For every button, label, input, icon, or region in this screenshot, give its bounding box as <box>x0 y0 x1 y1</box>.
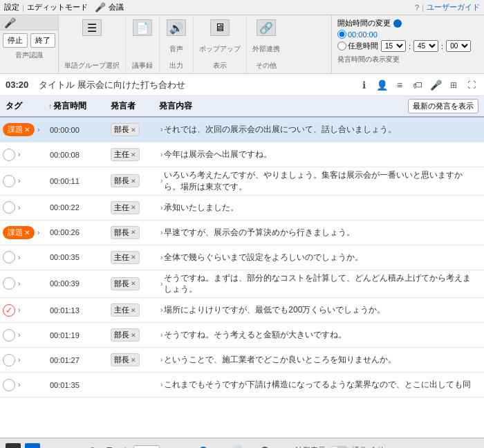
content-cell: そうですね。まずは、部分的なコストを計算して、どんどん積み上げてから考えましょう… <box>164 272 484 296</box>
speaker-close[interactable]: ✕ <box>131 151 136 158</box>
table-row[interactable]: 課題✕ › 00:00:00 部長✕ › それでは、次回の展示会の出展について、… <box>0 118 484 142</box>
table-row[interactable]: › 00:00:22 主任✕ › 承知いたしました。 <box>0 196 484 221</box>
volume-icon[interactable]: 🔊 <box>232 445 243 448</box>
row-chevron[interactable]: › <box>17 280 21 288</box>
radio-time-label[interactable]: 00:00:00 <box>337 30 378 39</box>
copy-btn[interactable]: ⧉ <box>102 443 118 449</box>
waveform-toggle[interactable] <box>330 446 349 449</box>
content-chevron[interactable]: › <box>159 280 164 288</box>
expand-icon[interactable]: ⛶ <box>465 78 478 92</box>
group-select-icon[interactable]: ☰ <box>81 18 103 37</box>
rewind-btn[interactable]: ◀◀ <box>44 443 59 449</box>
table-row[interactable]: › 00:00:08 主任✕ › 今年は展示会へ出展ですね。 <box>0 142 484 167</box>
row-chevron[interactable]: › <box>17 177 21 185</box>
minutes-icon[interactable]: 📄 <box>131 18 153 37</box>
tag-cell: › <box>0 201 48 214</box>
speaker-close[interactable]: ✕ <box>131 229 136 236</box>
speaker-close[interactable]: ✕ <box>131 280 136 287</box>
latest-btn[interactable]: 最新の発言を表示 <box>408 99 478 113</box>
row-chevron[interactable]: › <box>17 204 21 212</box>
forward-btn[interactable]: ▶▶ <box>64 443 79 449</box>
speaker-close[interactable]: ✕ <box>131 204 136 211</box>
speaker-cell: 部長✕ <box>111 123 159 136</box>
tag-circle[interactable] <box>3 149 15 161</box>
optional-radio-input[interactable] <box>337 41 346 50</box>
user-icon[interactable]: 👤 <box>375 78 389 92</box>
content-cell: 場所によりけりですが、最低でも200万くらいでしょうか。 <box>164 304 484 316</box>
grid-icon[interactable]: ⊞ <box>447 78 460 92</box>
tag-icon[interactable]: 🏷 <box>411 78 425 92</box>
tag-close[interactable]: ✕ <box>24 229 30 236</box>
row-chevron[interactable]: › <box>36 229 41 236</box>
table-row[interactable]: ✓ › 00:01:13 主任✕ › 場所によりけりですが、最低でも200万くら… <box>0 298 484 323</box>
table-row[interactable]: › 00:01:35 › これまでもそうですが下請け構造になってるような業界なの… <box>0 373 484 398</box>
section-voice: 🔊 音声 出力 <box>160 15 194 73</box>
content-chevron[interactable]: › <box>159 331 164 339</box>
speaker-close[interactable]: ✕ <box>131 254 136 261</box>
list-icon[interactable]: ≡ <box>393 78 407 92</box>
tag-cell: › <box>0 354 48 366</box>
tag-circle[interactable] <box>3 251 15 263</box>
row-chevron[interactable]: › <box>36 126 41 133</box>
tag-circle[interactable] <box>3 175 15 187</box>
speaker-close[interactable]: ✕ <box>131 307 136 314</box>
speaker-close[interactable]: ✕ <box>131 332 136 339</box>
col-time-header[interactable]: ↑ 発言時間 <box>48 100 111 112</box>
time-select-2[interactable]: 45 <box>413 40 438 52</box>
content-chevron[interactable]: › <box>159 254 164 261</box>
row-chevron[interactable]: › <box>17 254 21 261</box>
check-circle[interactable]: ✓ <box>3 304 15 317</box>
row-chevron[interactable]: › <box>17 331 21 339</box>
toolbar-tab: 🎤 <box>0 15 58 30</box>
content-chevron[interactable]: › <box>159 204 164 212</box>
table-row[interactable]: › 00:01:27 部長✕ › ということで、施工業者でどこか良いところを知り… <box>0 348 484 373</box>
stop-button[interactable]: 停止 <box>3 33 28 48</box>
table-row[interactable]: 課題✕ › 00:00:26 部長✕ › 早速ですが、展示会の予算決めから行きま… <box>0 221 484 245</box>
row-chevron[interactable]: › <box>17 356 21 364</box>
speaker-close[interactable]: ✕ <box>131 357 136 364</box>
content-chevron[interactable]: › <box>159 126 164 133</box>
voice-img: 🔊 <box>167 19 186 36</box>
time-select-3[interactable]: 00 <box>446 40 471 52</box>
content-cell: いろいろ考えたんですが、やりましょう。集客は展示会が一番いいと思いますから。場所… <box>164 169 484 193</box>
speaker-close[interactable]: ✕ <box>131 178 136 185</box>
tag-circle[interactable] <box>3 379 15 391</box>
settings-label[interactable]: 設定 <box>4 2 19 12</box>
tag-badge: 課題✕ <box>3 123 35 136</box>
tag-circle[interactable] <box>3 277 15 290</box>
info-icon[interactable]: ℹ <box>357 78 371 92</box>
stop-ctrl-btn[interactable]: ■ <box>6 443 21 449</box>
table-row[interactable]: › 00:01:19 部長✕ › そうですね。そう考えると金額が大きいですね。 <box>0 323 484 348</box>
speaker-close[interactable]: ✕ <box>131 127 136 133</box>
time-select-1[interactable]: 15 <box>381 40 406 52</box>
speaker-cell: 主任✕ <box>111 304 159 317</box>
popup-icon[interactable]: 🖥 <box>209 18 231 37</box>
tag-circle[interactable] <box>3 354 15 366</box>
external-icon[interactable]: 🔗 <box>255 18 277 37</box>
user-guide-link[interactable]: ユーザーガイド <box>427 2 480 12</box>
tag-close[interactable]: ✕ <box>24 126 30 133</box>
tag-circle[interactable] <box>3 329 15 342</box>
voice-icon[interactable]: 🔊 <box>165 18 187 37</box>
table-row[interactable]: › 00:00:11 部長✕ › いろいろ考えたんですが、やりましょう。集客は展… <box>0 167 484 196</box>
settings-small-icon[interactable]: ⚙ <box>122 446 129 449</box>
content-chevron[interactable]: › <box>159 381 164 389</box>
time-cell: 00:01:19 <box>48 331 111 339</box>
play-ctrl-btn[interactable]: ▶ <box>25 443 40 449</box>
content-chevron[interactable]: › <box>159 356 164 364</box>
tag-cell: › <box>0 379 48 391</box>
table-row[interactable]: › 00:00:39 部長✕ › そうですね。まずは、部分的なコストを計算して、… <box>0 270 484 299</box>
content-chevron[interactable]: › <box>159 177 164 185</box>
table-row[interactable]: › 00:00:35 主任✕ › 全体で幾らぐらいまで設定をよろしいのでしょうか… <box>0 245 484 270</box>
content-chevron[interactable]: › <box>159 229 164 236</box>
tag-circle[interactable] <box>3 201 15 214</box>
row-chevron[interactable]: › <box>17 306 21 314</box>
row-chevron[interactable]: › <box>17 381 21 389</box>
undo-btn[interactable]: ↺ <box>83 443 98 449</box>
optional-radio-label[interactable]: 任意時間 <box>337 41 378 51</box>
row-chevron[interactable]: › <box>17 151 21 158</box>
end-button[interactable]: 終了 <box>30 33 55 48</box>
radio-time-input[interactable] <box>337 30 346 39</box>
mic-add-icon[interactable]: 🎤 <box>429 78 443 92</box>
content-chevron[interactable]: › <box>159 151 164 158</box>
